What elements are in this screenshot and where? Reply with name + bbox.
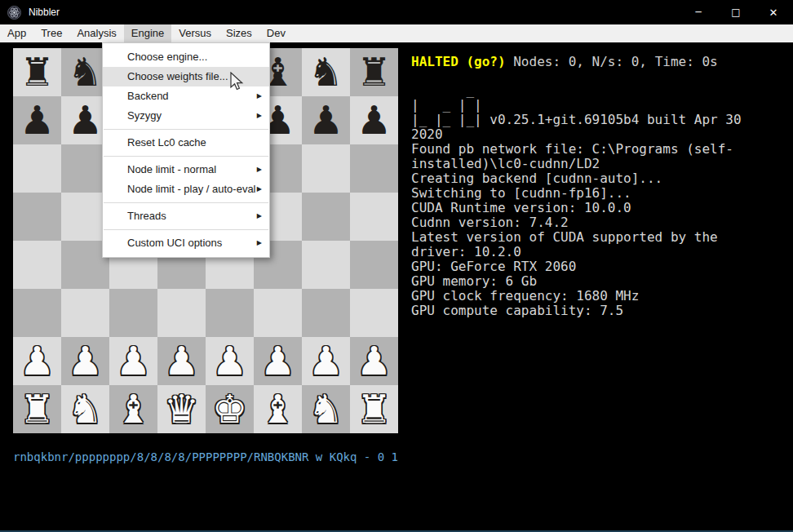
menubar-item-dev[interactable]: Dev (259, 24, 293, 42)
submenu-arrow-icon: ▶ (257, 206, 262, 226)
white-p-piece: ♟ (109, 337, 157, 385)
square-h2[interactable]: ♟ (350, 337, 398, 385)
maximize-button[interactable]: □ (717, 0, 755, 24)
square-h8[interactable]: ♜ (350, 48, 398, 96)
white-p-piece: ♟ (302, 337, 350, 385)
menu-item-custom-uci-options[interactable]: Custom UCI options▶ (103, 233, 269, 253)
white-p-piece: ♟ (254, 337, 302, 385)
menu-item-choose-engine[interactable]: Choose engine... (103, 47, 269, 67)
black-p-piece: ♟ (302, 96, 350, 144)
status-halted-text: HALTED (go?) (411, 54, 513, 69)
square-b2[interactable]: ♟ (61, 337, 109, 385)
close-button[interactable]: ✕ (755, 0, 792, 24)
menu-item-backend[interactable]: Backend▶ (103, 86, 269, 106)
square-g5[interactable] (302, 193, 350, 241)
square-a5[interactable] (13, 193, 61, 241)
menu-item-choose-weights-file[interactable]: Choose weights file... (103, 67, 269, 86)
minimize-button[interactable]: ─ (680, 0, 717, 24)
black-p-piece: ♟ (350, 96, 398, 144)
white-p-piece: ♟ (350, 337, 398, 385)
menubar-item-versus[interactable]: Versus (171, 24, 219, 42)
square-g3[interactable] (302, 289, 350, 337)
menubar-item-engine[interactable]: Engine (124, 24, 171, 42)
black-r-piece: ♜ (350, 48, 398, 96)
square-a7[interactable]: ♟ (13, 96, 61, 144)
menubar: AppTreeAnalysisEngineVersusSizesDev (0, 24, 793, 42)
square-d1[interactable]: ♛ (157, 385, 206, 433)
square-f3[interactable] (254, 289, 302, 337)
square-g4[interactable] (302, 241, 350, 289)
nibbler-app-icon (7, 6, 21, 20)
white-n-piece: ♞ (302, 385, 350, 433)
white-r-piece: ♜ (350, 385, 398, 433)
black-p-piece: ♟ (13, 96, 61, 144)
square-c1[interactable]: ♝ (109, 385, 157, 433)
square-a6[interactable] (13, 144, 61, 193)
submenu-arrow-icon: ▶ (257, 86, 262, 106)
status-stats-text: Nodes: 0, N/s: 0, Time: 0s (513, 54, 717, 69)
square-e1[interactable]: ♚ (206, 385, 254, 433)
square-g8[interactable]: ♞ (302, 48, 350, 96)
square-g7[interactable]: ♟ (302, 96, 350, 144)
square-g1[interactable]: ♞ (302, 385, 350, 433)
submenu-arrow-icon: ▶ (257, 233, 262, 253)
square-a3[interactable] (13, 289, 61, 337)
square-a4[interactable] (13, 241, 61, 289)
menu-separator (104, 129, 268, 130)
square-h3[interactable] (350, 289, 398, 337)
white-b-piece: ♝ (109, 385, 157, 433)
square-c2[interactable]: ♟ (109, 337, 157, 385)
menubar-item-sizes[interactable]: Sizes (219, 24, 259, 42)
engine-output-log: _ | _ | | |_ |_ |_| v0.25.1+git.69105b4 … (411, 83, 758, 318)
submenu-arrow-icon: ▶ (257, 160, 262, 180)
white-p-piece: ♟ (157, 337, 206, 385)
white-r-piece: ♜ (13, 385, 61, 433)
window-title: Nibbler (29, 7, 680, 18)
menubar-item-app[interactable]: App (0, 24, 33, 42)
white-q-piece: ♛ (157, 385, 206, 433)
square-h5[interactable] (350, 193, 398, 241)
black-n-piece: ♞ (302, 48, 350, 96)
menu-separator (104, 202, 268, 203)
square-e3[interactable] (206, 289, 254, 337)
engine-menu-dropdown: Choose engine...Choose weights file...Ba… (102, 42, 270, 258)
fen-string: rnbqkbnr/pppppppp/8/8/8/8/PPPPPPPP/RNBQK… (13, 450, 437, 463)
square-g6[interactable] (302, 144, 350, 193)
square-h7[interactable]: ♟ (350, 96, 398, 144)
menu-item-node-limit-play-auto-eval[interactable]: Node limit - play / auto-eval▶ (103, 180, 269, 199)
square-h6[interactable] (350, 144, 398, 193)
square-a8[interactable]: ♜ (13, 48, 61, 96)
square-b3[interactable] (61, 289, 109, 337)
square-f1[interactable]: ♝ (254, 385, 302, 433)
white-b-piece: ♝ (254, 385, 302, 433)
square-d3[interactable] (157, 289, 206, 337)
square-h1[interactable]: ♜ (350, 385, 398, 433)
menu-item-syzygy[interactable]: Syzygy▶ (103, 106, 269, 126)
menu-item-threads[interactable]: Threads▶ (103, 206, 269, 226)
menubar-item-analysis[interactable]: Analysis (69, 24, 123, 42)
white-n-piece: ♞ (61, 385, 109, 433)
titlebar[interactable]: Nibbler ─ □ ✕ (0, 0, 793, 24)
menu-separator (104, 229, 268, 230)
square-a1[interactable]: ♜ (13, 385, 61, 433)
menubar-item-tree[interactable]: Tree (33, 24, 69, 42)
square-c3[interactable] (109, 289, 157, 337)
menu-item-node-limit-normal[interactable]: Node limit - normal▶ (103, 160, 269, 180)
white-p-piece: ♟ (61, 337, 109, 385)
black-r-piece: ♜ (13, 48, 61, 96)
square-f2[interactable]: ♟ (254, 337, 302, 385)
square-h4[interactable] (350, 241, 398, 289)
square-e2[interactable]: ♟ (206, 337, 254, 385)
square-g2[interactable]: ♟ (302, 337, 350, 385)
white-p-piece: ♟ (13, 337, 61, 385)
menu-item-reset-lc0-cache[interactable]: Reset Lc0 cache (103, 133, 269, 153)
engine-status-line: HALTED (go?) Nodes: 0, N/s: 0, Time: 0s (411, 54, 783, 69)
white-k-piece: ♚ (206, 385, 254, 433)
submenu-arrow-icon: ▶ (257, 106, 262, 126)
menu-separator (104, 156, 268, 157)
square-d2[interactable]: ♟ (157, 337, 206, 385)
square-b1[interactable]: ♞ (61, 385, 109, 433)
white-p-piece: ♟ (206, 337, 254, 385)
submenu-arrow-icon: ▶ (257, 180, 262, 199)
square-a2[interactable]: ♟ (13, 337, 61, 385)
